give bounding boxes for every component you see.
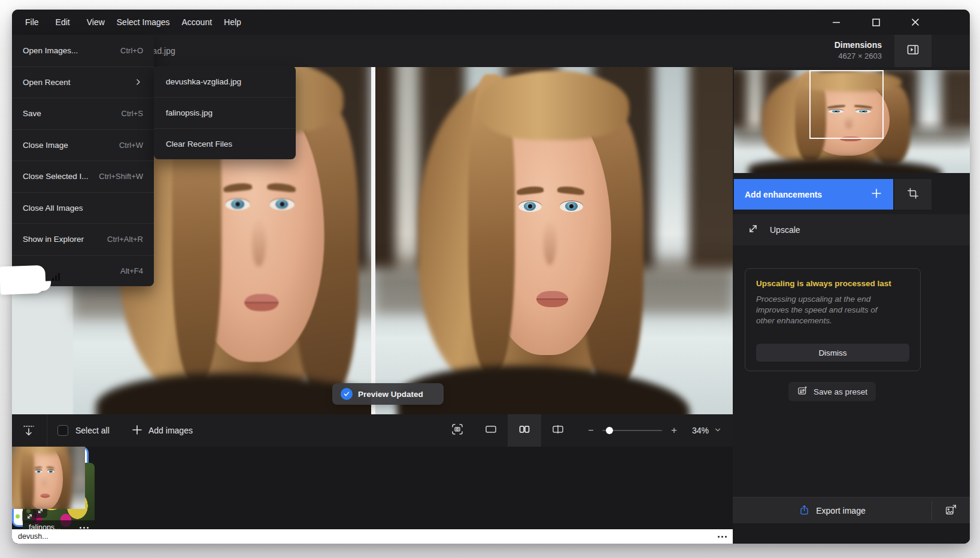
recent-file-falinopsis[interactable]: falinopsis.jpg [154, 97, 296, 128]
maximize-button[interactable] [870, 17, 881, 28]
menu-item-open-images[interactable]: Open Images... Ctrl+O [12, 35, 154, 66]
zoom-in-button[interactable]: + [669, 424, 679, 436]
dismiss-button[interactable]: Dismiss [756, 344, 909, 362]
mini-bars-icon [52, 273, 62, 281]
single-view-icon [484, 422, 498, 439]
cursor-artifact [0, 265, 46, 295]
crop-icon [906, 187, 920, 202]
save-as-preset-label: Save as preset [814, 387, 867, 396]
zoom-slider-control: − + [587, 414, 679, 447]
navigator-viewport-rect[interactable] [809, 70, 884, 139]
single-view-button[interactable] [474, 414, 508, 447]
open-recent-submenu: devushka-vzgliad.jpg falinopsis.jpg Clea… [154, 66, 296, 159]
preview-snapshot-button[interactable] [441, 414, 474, 447]
add-enhancements-button[interactable]: Add enhancements [734, 179, 893, 210]
select-all-label[interactable]: Select all [75, 414, 110, 447]
menu-item-label: Open Recent [23, 78, 71, 87]
panel-footer [733, 523, 970, 544]
crop-tool-button[interactable] [894, 179, 932, 210]
zoom-level-dropdown[interactable]: 34% [692, 414, 722, 447]
chevron-right-icon [134, 77, 143, 87]
tab-bar: devushka-vzgliad.jpg Dimensions 4627 × 2… [12, 35, 970, 67]
zoom-out-button[interactable]: − [587, 425, 595, 436]
dimensions-label: Dimensions [835, 39, 882, 51]
dimensions-value: 4627 × 2603 [835, 51, 882, 62]
menu-item-label: Close Image [23, 141, 68, 150]
devushka-photo [12, 447, 85, 509]
menu-help[interactable]: Help [218, 10, 247, 35]
menu-view[interactable]: View [81, 10, 111, 35]
toolbar-divider [47, 414, 47, 447]
menu-item-label: Open Images... [23, 46, 78, 55]
menu-item-save[interactable]: Save Ctrl+S [12, 98, 154, 129]
zoom-level-value: 34% [692, 426, 709, 435]
image-export-icon [945, 504, 957, 518]
check-circle-icon [341, 388, 353, 400]
menu-item-show-in-explorer[interactable]: Show in Explorer Ctrl+Alt+R [12, 223, 154, 255]
upscale-label: Upscale [770, 225, 800, 235]
menu-item-shortcut: Ctrl+W [119, 141, 143, 150]
menu-item-close-all[interactable]: Close All Images [12, 192, 154, 224]
menu-item-shortcut: Ctrl+O [120, 46, 143, 55]
split-view-button[interactable] [541, 414, 575, 447]
recent-file-devushka[interactable]: devushka-vzgliad.jpg [154, 66, 296, 97]
export-image-label: Export image [816, 506, 865, 515]
menu-select-images[interactable]: Select Images [111, 10, 176, 35]
menu-item-label: Show in Explorer [23, 235, 84, 244]
collapse-panel-button[interactable] [894, 35, 932, 67]
image-pane-enhanced[interactable] [375, 67, 733, 414]
preset-icon [797, 385, 808, 398]
expand-badge[interactable] [22, 509, 37, 523]
collapse-filmstrip-button[interactable] [18, 420, 40, 441]
upscale-icon [747, 223, 759, 237]
menu-bar: File Edit View Select Images Account Hel… [12, 10, 970, 35]
app-window: File Edit View Select Images Account Hel… [12, 10, 970, 544]
menu-file[interactable]: File [19, 10, 45, 35]
menu-item-shortcut: Ctrl+Shift+W [99, 172, 143, 181]
filmstrip: falinops... [12, 447, 733, 544]
more-options-button[interactable] [80, 527, 89, 529]
side-by-side-icon [517, 422, 532, 439]
menu-item-close-image[interactable]: Close Image Ctrl+W [12, 129, 154, 161]
notice-body: Processing upscaling at the end improves… [756, 294, 885, 326]
upscale-enhancement-item[interactable]: Upscale [733, 214, 970, 245]
navigator-preview[interactable] [734, 70, 970, 173]
close-button[interactable] [910, 17, 921, 28]
minimize-button[interactable] [831, 17, 842, 28]
export-bar: Export image [733, 497, 970, 523]
chevron-down-icon [714, 426, 722, 436]
plus-icon [132, 424, 142, 437]
select-all-checkbox[interactable] [57, 425, 68, 436]
menu-item-open-recent[interactable]: Open Recent [12, 66, 154, 98]
side-by-side-view-button[interactable] [508, 414, 541, 447]
menu-edit[interactable]: Edit [50, 10, 76, 35]
upscaling-notice-card: Upscaling is always processed last Proce… [745, 268, 921, 371]
menu-item-label: Close Selected I... [23, 172, 89, 181]
share-export-icon [799, 504, 810, 517]
zoom-slider-knob[interactable] [606, 427, 613, 434]
split-view-icon [551, 422, 565, 439]
menu-item-close-selected[interactable]: Close Selected I... Ctrl+Shift+W [12, 160, 154, 192]
view-mode-group [441, 414, 575, 447]
menu-item-label: Close All Images [23, 204, 83, 213]
bottom-toolbar: Select all Add images [12, 414, 733, 447]
toast-message: Preview Updated [358, 390, 423, 399]
add-enhancements-label: Add enhancements [745, 190, 822, 199]
notice-title: Upscaling is always processed last [756, 279, 909, 288]
menu-account[interactable]: Account [176, 10, 219, 35]
portrait-photo-enhanced [375, 67, 733, 414]
preview-updated-toast: Preview Updated [332, 383, 444, 405]
save-as-preset-button[interactable]: Save as preset [788, 382, 876, 401]
export-image-button[interactable]: Export image [733, 498, 932, 524]
menu-item-label: Save [23, 109, 41, 118]
clear-recent-files[interactable]: Clear Recent Files [154, 128, 296, 159]
panel-toggle-icon [906, 43, 920, 59]
export-preview-button[interactable] [932, 498, 970, 524]
menu-item-shortcut: Ctrl+S [122, 109, 143, 118]
add-images-button[interactable]: Add images [132, 414, 193, 447]
menu-item-shortcut: Alt+F4 [120, 266, 143, 275]
zoom-slider-track[interactable] [602, 430, 662, 431]
right-panel: Add enhancements Upscale Upscaling is al [733, 67, 970, 544]
plus-icon [870, 187, 882, 202]
camera-focus-icon [450, 422, 465, 439]
